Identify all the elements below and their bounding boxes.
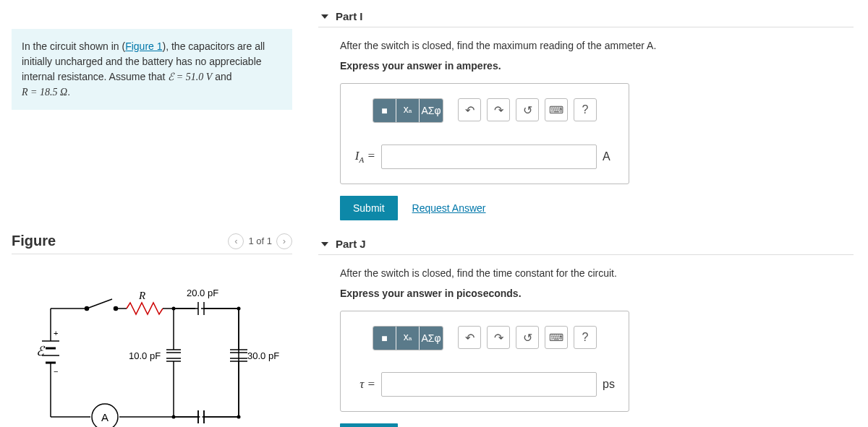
- reset-button[interactable]: ↺: [516, 326, 539, 349]
- part-i-submit-button[interactable]: Submit: [340, 196, 398, 220]
- symbols-button[interactable]: ΑΣφ: [420, 327, 443, 350]
- part-i-header[interactable]: Part I: [318, 7, 854, 27]
- svg-text:A: A: [101, 411, 109, 423]
- svg-line-8: [87, 299, 112, 309]
- period: .: [67, 86, 70, 98]
- svg-text:+: +: [54, 329, 58, 337]
- undo-button[interactable]: ↶: [458, 326, 481, 349]
- part-j-instruction: Express your answer in picoseconds.: [340, 287, 832, 301]
- svg-text:ℰ: ℰ: [36, 344, 46, 358]
- part-j-unit: ps: [603, 378, 620, 391]
- part-j-var: τ =: [349, 377, 375, 392]
- svg-text:−: −: [54, 367, 58, 376]
- svg-text:10.0 pF: 10.0 pF: [129, 350, 161, 361]
- part-i-title: Part I: [336, 10, 363, 22]
- problem-text: In the circuit shown in (: [22, 40, 125, 52]
- part-i-var: IA =: [349, 149, 375, 164]
- part-j-header[interactable]: Part J: [318, 235, 854, 255]
- part-j-input[interactable]: [381, 372, 597, 397]
- svg-point-57: [237, 307, 241, 311]
- part-i-question: After the switch is closed, find the max…: [340, 39, 832, 53]
- template-button[interactable]: ■: [373, 99, 396, 122]
- redo-button[interactable]: ↷: [487, 326, 510, 349]
- part-j-question: After the switch is closed, find the tim…: [340, 267, 832, 281]
- r-value: R = 18.5 Ω: [22, 87, 67, 98]
- part-i-answer-box: ■ xa ΑΣφ ↶ ↷ ↺ ? IA = A: [340, 83, 629, 184]
- figure-body: + − ℰ 20.0 pF R: [0, 254, 304, 427]
- emf-value: ℰ = 51.0 V: [168, 72, 212, 82]
- pager-text: 1 of 1: [248, 236, 272, 246]
- svg-point-58: [237, 415, 241, 419]
- part-i-request-answer-link[interactable]: Request Answer: [412, 202, 486, 214]
- sqrt-button[interactable]: xa: [396, 99, 420, 122]
- help-button[interactable]: ?: [574, 98, 597, 121]
- svg-text:20.0 pF: 20.0 pF: [187, 288, 218, 298]
- part-i-instruction: Express your answer in amperes.: [340, 59, 832, 74]
- figure-title: Figure: [12, 233, 56, 249]
- part-i-input[interactable]: [381, 145, 597, 169]
- template-button[interactable]: ■: [373, 327, 396, 350]
- svg-text:30.0 pF: 30.0 pF: [247, 350, 279, 361]
- part-j-submit-button[interactable]: Submit: [340, 423, 398, 427]
- circuit-diagram: + − ℰ 20.0 pF R: [22, 283, 282, 427]
- problem-statement: In the circuit shown in (Figure 1), the …: [12, 29, 292, 110]
- help-button[interactable]: ?: [574, 326, 597, 349]
- keyboard-button[interactable]: [545, 326, 568, 349]
- part-j-title: Part J: [336, 238, 366, 250]
- format-toolbar: ■ xa ΑΣφ: [373, 326, 443, 350]
- prev-figure-button[interactable]: ‹: [228, 233, 244, 249]
- next-figure-button[interactable]: ›: [276, 233, 292, 249]
- svg-point-56: [172, 415, 176, 419]
- redo-button[interactable]: ↷: [487, 98, 510, 121]
- undo-button[interactable]: ↶: [458, 98, 481, 121]
- part-i-unit: A: [603, 150, 620, 163]
- svg-text:R: R: [138, 290, 145, 301]
- caret-down-icon: [321, 14, 328, 19]
- part-j-answer-box: ■ xa ΑΣφ ↶ ↷ ↺ ? τ = ps: [340, 311, 629, 412]
- svg-point-55: [172, 307, 176, 311]
- format-toolbar: ■ xa ΑΣφ: [373, 98, 443, 123]
- sqrt-button[interactable]: xa: [396, 327, 420, 350]
- figure-pager: ‹ 1 of 1 ›: [228, 233, 292, 249]
- figure-link[interactable]: Figure 1: [125, 40, 162, 52]
- symbols-button[interactable]: ΑΣφ: [420, 99, 443, 122]
- and-text: and: [212, 71, 231, 82]
- keyboard-button[interactable]: [545, 98, 568, 121]
- caret-down-icon: [321, 242, 328, 246]
- reset-button[interactable]: ↺: [516, 98, 539, 121]
